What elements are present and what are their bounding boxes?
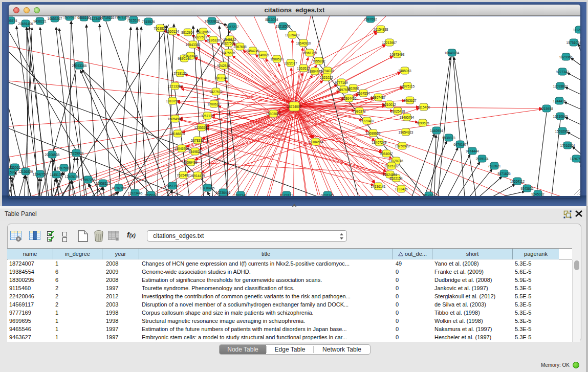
svg-text:7955812: 7955812 bbox=[312, 59, 325, 63]
svg-text:8660124: 8660124 bbox=[166, 30, 179, 33]
svg-text:3624554: 3624554 bbox=[357, 92, 370, 95]
svg-text:15720407: 15720407 bbox=[360, 119, 375, 123]
svg-text:10648784: 10648784 bbox=[445, 51, 460, 55]
svg-text:1527602: 1527602 bbox=[63, 16, 76, 19]
svg-text:19166825: 19166825 bbox=[170, 132, 185, 136]
svg-text:12923446: 12923446 bbox=[128, 191, 143, 195]
svg-text:17957255: 17957255 bbox=[81, 178, 96, 182]
svg-text:9329966: 9329966 bbox=[559, 55, 573, 59]
svg-text:1621022: 1621022 bbox=[320, 76, 333, 79]
svg-text:3215958: 3215958 bbox=[540, 107, 553, 111]
svg-text:7515526: 7515526 bbox=[127, 18, 140, 22]
svg-text:12353594: 12353594 bbox=[194, 126, 209, 129]
svg-text:3475685: 3475685 bbox=[222, 51, 235, 55]
svg-text:11325419: 11325419 bbox=[285, 33, 300, 37]
svg-text:1145131: 1145131 bbox=[50, 173, 63, 177]
svg-text:7357217: 7357217 bbox=[226, 25, 239, 29]
svg-text:8471626: 8471626 bbox=[497, 172, 511, 176]
svg-text:16210643: 16210643 bbox=[553, 115, 568, 118]
svg-text:8123121: 8123121 bbox=[280, 193, 293, 196]
svg-text:9699695: 9699695 bbox=[416, 121, 429, 125]
svg-text:17359924: 17359924 bbox=[69, 151, 84, 155]
svg-text:16782759: 16782759 bbox=[112, 186, 126, 190]
svg-text:9099489: 9099489 bbox=[184, 161, 198, 164]
svg-text:12156829: 12156829 bbox=[18, 170, 33, 173]
svg-text:2718126: 2718126 bbox=[173, 72, 187, 75]
svg-text:20953346: 20953346 bbox=[72, 64, 87, 68]
svg-text:15046766: 15046766 bbox=[175, 147, 189, 150]
svg-text:1010755: 1010755 bbox=[166, 99, 179, 103]
svg-text:16914479: 16914479 bbox=[190, 174, 205, 178]
svg-text:9438221: 9438221 bbox=[33, 19, 47, 23]
svg-text:9227343: 9227343 bbox=[556, 70, 569, 74]
svg-text:9245612: 9245612 bbox=[520, 187, 534, 190]
svg-text:18407249: 18407249 bbox=[372, 141, 387, 144]
svg-text:10958117: 10958117 bbox=[96, 182, 111, 185]
svg-text:15692951: 15692951 bbox=[555, 129, 570, 133]
svg-text:7295012: 7295012 bbox=[144, 193, 158, 196]
svg-text:1700612: 1700612 bbox=[207, 102, 221, 106]
svg-text:9890144: 9890144 bbox=[178, 57, 191, 60]
svg-text:7625402: 7625402 bbox=[177, 173, 190, 177]
svg-text:6479197: 6479197 bbox=[453, 143, 467, 146]
svg-text:9146821: 9146821 bbox=[256, 53, 270, 57]
svg-text:9084007: 9084007 bbox=[380, 152, 393, 156]
svg-text:9242848: 9242848 bbox=[217, 64, 230, 68]
svg-text:9115460: 9115460 bbox=[418, 105, 430, 109]
svg-text:12342757: 12342757 bbox=[33, 172, 48, 176]
svg-text:3915907: 3915907 bbox=[9, 170, 17, 174]
svg-text:6466160: 6466160 bbox=[77, 16, 91, 19]
svg-text:12093872: 12093872 bbox=[553, 84, 568, 88]
svg-text:5678332: 5678332 bbox=[191, 139, 204, 142]
svg-text:14136141: 14136141 bbox=[371, 185, 386, 188]
svg-text:1322017: 1322017 bbox=[284, 61, 297, 65]
svg-text:19904445: 19904445 bbox=[308, 70, 322, 73]
svg-text:9245032: 9245032 bbox=[531, 192, 545, 196]
svg-text:10807487: 10807487 bbox=[371, 96, 386, 99]
svg-text:16961758: 16961758 bbox=[302, 51, 317, 55]
svg-text:2367608: 2367608 bbox=[233, 45, 247, 49]
svg-text:18724007: 18724007 bbox=[287, 105, 302, 108]
svg-text:9231145: 9231145 bbox=[321, 193, 334, 196]
svg-text:1244415: 1244415 bbox=[553, 99, 566, 103]
svg-text:17016504: 17016504 bbox=[560, 144, 575, 147]
svg-text:19975887: 19975887 bbox=[57, 166, 72, 170]
svg-text:1692341: 1692341 bbox=[234, 193, 247, 196]
svg-text:9777169: 9777169 bbox=[335, 81, 348, 84]
svg-text:12213382: 12213382 bbox=[168, 84, 183, 88]
svg-text:19756928: 19756928 bbox=[395, 144, 410, 148]
svg-text:16236461: 16236461 bbox=[216, 191, 231, 194]
svg-text:19524851: 19524851 bbox=[383, 173, 398, 177]
svg-text:9327508: 9327508 bbox=[222, 41, 235, 45]
svg-text:7485063: 7485063 bbox=[398, 69, 411, 73]
svg-text:9457791: 9457791 bbox=[166, 184, 179, 188]
svg-text:8813054: 8813054 bbox=[265, 18, 278, 21]
svg-text:19654923: 19654923 bbox=[399, 130, 413, 134]
svg-text:2087682: 2087682 bbox=[364, 17, 377, 21]
svg-text:5938923: 5938923 bbox=[442, 136, 455, 140]
svg-text:3267110: 3267110 bbox=[201, 114, 214, 118]
svg-text:12975115: 12975115 bbox=[400, 84, 415, 88]
svg-text:2803144: 2803144 bbox=[214, 76, 228, 80]
svg-text:20364436: 20364436 bbox=[342, 97, 357, 100]
svg-text:10653267: 10653267 bbox=[48, 17, 62, 20]
svg-text:10719155: 10719155 bbox=[100, 16, 115, 19]
svg-text:7986372: 7986372 bbox=[353, 110, 366, 113]
svg-text:2522154: 2522154 bbox=[389, 177, 403, 180]
svg-text:8186328: 8186328 bbox=[207, 38, 220, 42]
svg-text:20691406: 20691406 bbox=[18, 22, 33, 26]
svg-text:9474444: 9474444 bbox=[466, 149, 479, 153]
svg-text:13716485: 13716485 bbox=[200, 186, 215, 190]
svg-text:20206535: 20206535 bbox=[45, 153, 60, 157]
svg-text:6210012: 6210012 bbox=[383, 103, 396, 106]
svg-text:7663822: 7663822 bbox=[154, 27, 167, 30]
svg-text:1112846: 1112846 bbox=[573, 28, 580, 32]
svg-text:1440954: 1440954 bbox=[430, 129, 443, 133]
svg-text:7515526: 7515526 bbox=[142, 20, 155, 24]
svg-text:10688609: 10688609 bbox=[366, 132, 381, 135]
svg-text:9463627: 9463627 bbox=[403, 99, 417, 102]
svg-text:1588520: 1588520 bbox=[270, 57, 284, 61]
svg-text:19218506: 19218506 bbox=[276, 25, 291, 28]
svg-text:11615132: 11615132 bbox=[384, 164, 399, 168]
svg-text:1449822: 1449822 bbox=[188, 150, 202, 154]
